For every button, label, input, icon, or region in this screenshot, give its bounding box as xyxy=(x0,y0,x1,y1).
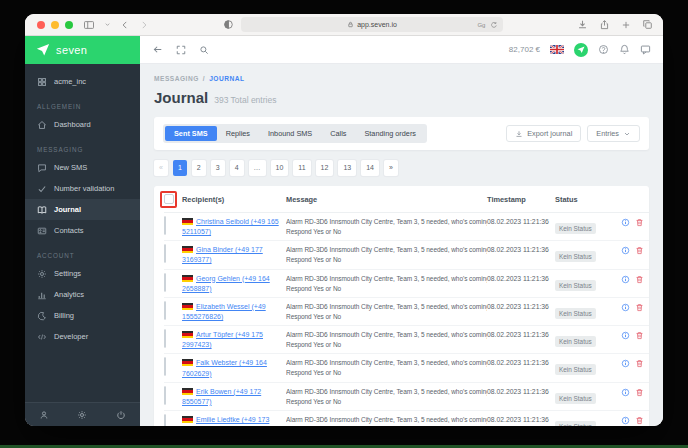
trash-icon[interactable] xyxy=(635,303,644,312)
row-checkbox[interactable] xyxy=(164,414,166,426)
breadcrumb-section[interactable]: MESSAGING xyxy=(154,75,199,82)
pagination-page-13[interactable]: 13 xyxy=(338,160,356,176)
pagination-page-4[interactable]: 4 xyxy=(230,160,244,176)
recipient-link[interactable]: Georg Gehlen (+49 164 2658887) xyxy=(182,275,270,292)
zoom-button[interactable] xyxy=(65,21,73,29)
info-icon[interactable] xyxy=(621,388,630,397)
downloads-icon[interactable] xyxy=(577,19,588,30)
pagination-page-14[interactable]: 14 xyxy=(361,160,379,176)
row-checkbox[interactable] xyxy=(164,301,166,320)
close-button[interactable] xyxy=(37,21,45,29)
entries-dropdown[interactable]: Entries xyxy=(587,125,640,142)
recipient-link[interactable]: Gina Binder (+49 177 3169377) xyxy=(182,246,263,263)
recipient-link[interactable]: Elizabeth Wessel (+49 1555276826) xyxy=(182,303,266,320)
privacy-shield-icon[interactable] xyxy=(223,19,234,30)
sidebar-toggle-icon[interactable] xyxy=(83,19,95,31)
recipient-link[interactable]: Artur Töpfer (+49 175 2997423) xyxy=(182,331,263,348)
reload-icon[interactable] xyxy=(490,21,498,29)
trash-icon[interactable] xyxy=(635,416,644,425)
row-checkbox[interactable] xyxy=(164,386,166,405)
sidebar-item-workspace[interactable]: acme_inc xyxy=(25,71,140,92)
sidebar-item-label: Billing xyxy=(54,311,74,320)
info-icon[interactable] xyxy=(621,331,630,340)
recipient-link[interactable]: Erik Bowen (+49 172 8550577) xyxy=(182,388,261,405)
pagination: «1234…1011121314» xyxy=(154,160,649,176)
sidebar-item-analytics[interactable]: Analytics xyxy=(25,284,140,305)
export-journal-button[interactable]: Export journal xyxy=(506,125,581,142)
pagination-page-11[interactable]: 11 xyxy=(293,160,310,176)
pagination-page-3[interactable]: 3 xyxy=(211,160,225,176)
select-all-checkbox[interactable] xyxy=(164,194,174,204)
sidebar-item-contacts[interactable]: Contacts xyxy=(25,220,140,241)
sidebar-item-dashboard[interactable]: Dashboard xyxy=(25,114,140,135)
tab-standing-orders[interactable]: Standing orders xyxy=(355,126,425,141)
browser-forward-icon[interactable] xyxy=(139,20,149,30)
tab-sent-sms[interactable]: Sent SMS xyxy=(165,126,217,141)
recipient-link[interactable]: Emilie Liedtke (+49 173 5002756) xyxy=(182,416,269,426)
uk-flag-icon[interactable] xyxy=(550,45,564,54)
trash-icon[interactable] xyxy=(635,218,644,227)
account-balance[interactable]: 82,702 € xyxy=(509,45,540,54)
info-icon[interactable] xyxy=(621,218,630,227)
row-checkbox[interactable] xyxy=(164,216,166,235)
search-icon[interactable] xyxy=(199,45,209,55)
expand-icon[interactable] xyxy=(176,45,186,55)
status-badge: Kein Status xyxy=(555,364,596,375)
trash-icon[interactable] xyxy=(635,246,644,255)
sidebar-item-settings[interactable]: Settings xyxy=(25,263,140,284)
info-icon[interactable] xyxy=(621,359,630,368)
recipient-link[interactable]: Falk Webster (+49 164 7602629) xyxy=(182,359,267,376)
sidebar-item-journal[interactable]: Journal xyxy=(25,199,140,220)
pagination-next[interactable]: » xyxy=(384,160,398,176)
sidebar-item-number-validation[interactable]: Number validation xyxy=(25,178,140,199)
translate-icon[interactable]: Gg xyxy=(478,22,485,28)
pagination-page-1[interactable]: 1 xyxy=(173,160,187,176)
chevron-down-icon[interactable] xyxy=(104,21,111,28)
pagination-page-…[interactable]: … xyxy=(249,160,266,176)
pagination-page-10[interactable]: 10 xyxy=(271,160,289,176)
row-checkbox[interactable] xyxy=(164,357,166,376)
trash-icon[interactable] xyxy=(635,359,644,368)
trash-icon[interactable] xyxy=(635,275,644,284)
row-checkbox[interactable] xyxy=(164,244,166,263)
recipient-link[interactable]: Christina Seibold (+49 165 5211057) xyxy=(182,218,279,235)
tab-replies[interactable]: Replies xyxy=(217,126,259,141)
trash-icon[interactable] xyxy=(635,331,644,340)
new-tab-icon[interactable] xyxy=(621,20,631,30)
row-checkbox[interactable] xyxy=(164,273,166,292)
message-cell: Alarm RD-3D6 Innsmouth City Centre, Team… xyxy=(286,217,487,237)
power-icon[interactable] xyxy=(116,410,126,420)
breadcrumb-separator: / xyxy=(203,75,205,82)
tab-inbound-sms[interactable]: Inbound SMS xyxy=(259,126,321,141)
avatar-plane-icon xyxy=(577,46,585,54)
back-arrow-icon[interactable] xyxy=(152,44,163,55)
info-icon[interactable] xyxy=(621,275,630,284)
info-icon[interactable] xyxy=(621,416,630,425)
bell-icon[interactable] xyxy=(619,44,630,55)
tab-calls[interactable]: Calls xyxy=(321,126,355,141)
row-checkbox[interactable] xyxy=(164,329,166,348)
pagination-page-2[interactable]: 2 xyxy=(192,160,206,176)
info-icon[interactable] xyxy=(621,303,630,312)
germany-flag-icon xyxy=(182,303,193,310)
trash-icon[interactable] xyxy=(635,388,644,397)
breadcrumb-current[interactable]: JOURNAL xyxy=(209,75,244,82)
minimize-button[interactable] xyxy=(51,21,59,29)
gear-icon[interactable] xyxy=(77,410,87,420)
tab-overview-icon[interactable] xyxy=(642,19,653,30)
sidebar-item-new-sms[interactable]: New SMS xyxy=(25,157,140,178)
share-icon[interactable] xyxy=(599,19,610,30)
pagination-page-12[interactable]: 12 xyxy=(316,160,334,176)
messages-icon[interactable] xyxy=(640,44,651,55)
pagination-prev[interactable]: « xyxy=(154,160,168,176)
germany-flag-icon xyxy=(182,388,193,395)
info-icon[interactable] xyxy=(621,246,630,255)
avatar[interactable] xyxy=(574,43,588,57)
message-text: Respond Yes or No xyxy=(286,425,487,426)
sidebar-item-developer[interactable]: Developer xyxy=(25,326,140,347)
browser-back-icon[interactable] xyxy=(120,20,130,30)
help-icon[interactable] xyxy=(598,44,609,55)
user-icon[interactable] xyxy=(39,410,49,420)
address-bar[interactable]: app.seven.io Gg xyxy=(241,17,503,32)
sidebar-item-billing[interactable]: Billing xyxy=(25,305,140,326)
